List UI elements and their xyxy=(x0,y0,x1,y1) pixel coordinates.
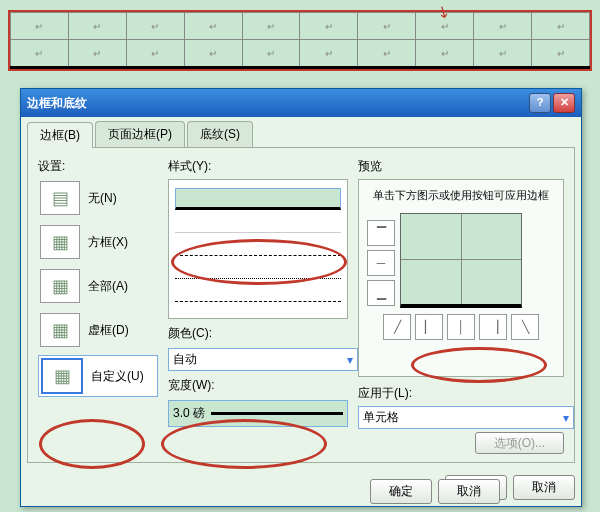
color-dropdown[interactable]: 自动▾ xyxy=(168,348,358,371)
color-label: 颜色(C): xyxy=(168,325,348,342)
width-dropdown[interactable]: 3.0 磅 xyxy=(168,400,348,427)
custom-icon: ▦ xyxy=(41,358,83,394)
edge-right-button[interactable]: ▕ xyxy=(479,314,507,340)
borders-shading-dialog: 边框和底纹 ? ✕ 边框(B) 页面边框(P) 底纹(S) 设置: ▤无(N) … xyxy=(20,88,582,507)
tab-page-border[interactable]: 页面边框(P) xyxy=(95,121,185,147)
help-button[interactable]: ? xyxy=(529,93,551,113)
tab-borders[interactable]: 边框(B) xyxy=(27,122,93,148)
preview-hint: 单击下方图示或使用按钮可应用边框 xyxy=(367,188,555,203)
outer-cancel-button[interactable]: 取消 xyxy=(438,479,500,504)
edge-mid-h-button[interactable]: ─ xyxy=(367,250,395,276)
style-option[interactable] xyxy=(175,283,341,302)
edge-diag1-button[interactable]: ╱ xyxy=(383,314,411,340)
setting-box[interactable]: ▦方框(X) xyxy=(38,223,158,261)
style-option[interactable] xyxy=(175,237,341,256)
settings-label: 设置: xyxy=(38,158,158,175)
background-table: ↵↵↵↵↵↵↵↵↵↵ ↵↵↵↵↵↵↵↵↵↵ xyxy=(8,10,592,71)
chevron-down-icon: ▾ xyxy=(563,411,569,425)
close-button[interactable]: ✕ xyxy=(553,93,575,113)
edge-mid-v-button[interactable]: │ xyxy=(447,314,475,340)
style-option[interactable] xyxy=(175,260,341,279)
setting-custom[interactable]: ▦自定义(U) xyxy=(38,355,158,397)
edge-top-button[interactable]: ▔ xyxy=(367,220,395,246)
tab-shading[interactable]: 底纹(S) xyxy=(187,121,253,147)
style-option[interactable] xyxy=(175,188,341,210)
all-icon: ▦ xyxy=(40,269,80,303)
style-option[interactable] xyxy=(175,214,341,233)
dialog-title: 边框和底纹 xyxy=(27,95,87,112)
style-label: 样式(Y): xyxy=(168,158,348,175)
width-label: 宽度(W): xyxy=(168,377,348,394)
setting-grid[interactable]: ▦虚框(D) xyxy=(38,311,158,349)
outer-dialog-buttons: 确定 取消 xyxy=(370,479,500,504)
none-icon: ▤ xyxy=(40,181,80,215)
grid-icon: ▦ xyxy=(40,313,80,347)
edge-left-button[interactable]: ▏ xyxy=(415,314,443,340)
style-list[interactable] xyxy=(168,179,348,319)
apply-label: 应用于(L): xyxy=(358,385,564,402)
edge-diag2-button[interactable]: ╲ xyxy=(511,314,539,340)
preview-grid[interactable] xyxy=(400,213,522,308)
options-button[interactable]: 选项(O)... xyxy=(475,432,564,454)
preview-label: 预览 xyxy=(358,158,564,175)
tab-strip: 边框(B) 页面边框(P) 底纹(S) xyxy=(21,117,581,147)
edge-bottom-button[interactable]: ▁ xyxy=(367,280,395,306)
setting-all[interactable]: ▦全部(A) xyxy=(38,267,158,305)
width-preview-line xyxy=(211,412,343,415)
box-icon: ▦ xyxy=(40,225,80,259)
preview-area: 单击下方图示或使用按钮可应用边框 ▔ ─ ▁ ╱ ▏ │ ▕ ╲ xyxy=(358,179,564,377)
setting-none[interactable]: ▤无(N) xyxy=(38,179,158,217)
cancel-button[interactable]: 取消 xyxy=(513,475,575,500)
chevron-down-icon: ▾ xyxy=(347,353,353,367)
apply-dropdown[interactable]: 单元格▾ xyxy=(358,406,574,429)
outer-ok-button[interactable]: 确定 xyxy=(370,479,432,504)
titlebar: 边框和底纹 ? ✕ xyxy=(21,89,581,117)
